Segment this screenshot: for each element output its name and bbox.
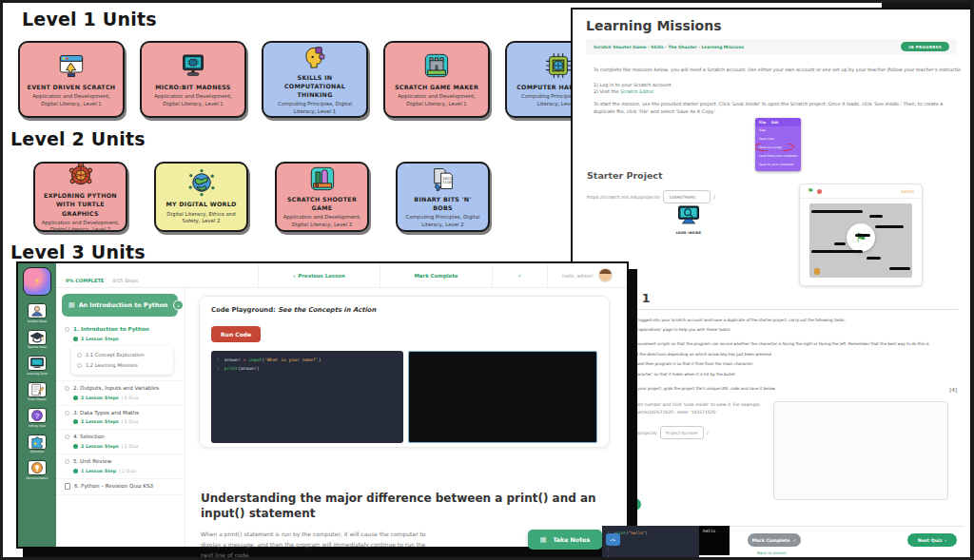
lesson-item-title: 6. Python – Revision Quiz KS3 — [74, 483, 153, 490]
scratch-menu-item[interactable]: Save now — [755, 135, 801, 144]
green-flag-icon[interactable]: ⚑ — [808, 188, 813, 195]
scratch-editor-link[interactable]: Scratch Editor — [620, 88, 653, 94]
scroll-top-button[interactable]: ︿ — [606, 533, 620, 546]
take-notes-button[interactable]: ▤ Take Notes — [528, 530, 602, 550]
breadcrumb-bar: Scratch Shooter Game - Skills - The Shoo… — [586, 39, 957, 54]
rail-item-quiz[interactable]: ?Infinity Quiz — [21, 408, 53, 428]
collapse-sidebar-icon[interactable]: ‹ — [173, 300, 184, 311]
lesson-steps-card: 1.1 Concept Exploration1.2 Learning Miss… — [71, 346, 173, 375]
sidebar-lesson-item[interactable]: 6. Python – Revision Quiz KS3 — [56, 479, 185, 495]
progress-circle-icon — [65, 459, 69, 464]
sidebar-lesson-item[interactable]: 3. Data Types and Maths2 Lesson Steps| 1… — [56, 406, 185, 431]
lesson-sidebar: ▤ An Introduction to Python ‹ 1. Introdu… — [56, 288, 185, 547]
rail-item-label: Documentation — [21, 477, 53, 480]
mark-complete-button[interactable]: Mark Complete✓ — [748, 533, 801, 547]
learning-icon — [28, 356, 47, 371]
breadcrumb[interactable]: Scratch Shooter Game - Skills - The Shoo… — [594, 45, 744, 49]
unit-header[interactable]: ▤ An Introduction to Python ‹ — [62, 294, 178, 317]
rail-item-teacher[interactable]: Teacher Dash — [21, 330, 53, 350]
sidebar-lesson-item[interactable]: 1. Introduction to Python2 Lesson Steps1… — [56, 322, 185, 381]
look-inside-monitor-icon — [676, 211, 701, 229]
screenshot-frame: Level 1 UnitsEVENT DRIVEN SCRATCHApplica… — [0, 0, 974, 560]
unit-card-title: BINARY BITS 'N' BOBS — [403, 195, 482, 212]
shooter-icon — [309, 165, 336, 192]
previous-lesson-button[interactable]: ‹ Previous Lesson — [258, 263, 380, 287]
progress-circle-icon — [65, 411, 69, 415]
step-2-text: 2) Visit the Scratch Editor. — [594, 87, 961, 95]
rail-item-student[interactable]: Student Dash — [21, 303, 53, 323]
app-logo-icon[interactable]: ⚡ — [23, 267, 51, 296]
unit-card[interactable]: EXPLORING PYTHON WITH TURTLE GRAPHICSApp… — [33, 162, 127, 232]
status-badge: IN PROGRESS — [901, 42, 949, 51]
check-icon: ✓ — [793, 538, 797, 543]
scratch-menu-tabs[interactable]: File Edit — [755, 118, 801, 126]
scratch-menu-item[interactable]: Save as a copy — [755, 144, 801, 152]
unit-card-subtitle: Computing Principles, Digital Literacy, … — [269, 101, 360, 115]
code-editor[interactable]: 1answer = input('What is your name?')2pr… — [211, 351, 403, 443]
rail-item-docs[interactable]: Documentation — [21, 460, 53, 480]
stop-icon[interactable] — [817, 189, 822, 194]
stage-username: admin — [901, 189, 914, 194]
sidebar-lesson-item[interactable]: 2. Outputs, Inputs and Variables2 Lesson… — [56, 381, 185, 406]
quiz-doc-icon — [65, 483, 70, 490]
unit-card[interactable]: EVENT DRIVEN SCRATCHApplication and Deve… — [18, 41, 125, 118]
progress-circle-icon — [77, 353, 82, 357]
scratch-menu-item[interactable]: Load from your computer — [755, 151, 801, 160]
unit-card-subtitle: Application and Development, Digital Lit… — [147, 93, 239, 107]
python-lesson-window: ⚡ Student DashTeacher DashLearning ZoneE… — [16, 261, 629, 549]
rail-item-label: Exam Master — [21, 398, 53, 401]
castle-icon — [423, 51, 450, 80]
rail-item-label: PyPuzzles — [21, 451, 53, 454]
unit-card[interactable]: SCRATCH SHOOTER GAMEApplication and Deve… — [275, 162, 369, 232]
starter-url-row: https://scratch.mit.edu/projects/ 104907… — [587, 190, 715, 203]
lesson-step-link[interactable]: 1.2 Learning Missions — [77, 360, 167, 371]
mission-task-line: (Please use the 'Concept Explorations' p… — [587, 326, 962, 334]
answer-project-number-input[interactable]: Project Number — [660, 426, 704, 439]
rail-item-puzzles[interactable]: PyPuzzles — [21, 434, 53, 454]
sidebar-lesson-item[interactable]: 5. Unit Review1 Lesson Step| 1 Quiz — [56, 454, 185, 479]
unit-card[interactable]: MICRO:BIT MADNESSApplication and Develop… — [140, 41, 246, 118]
mission-task-line: 3) Program the 'baddie character' so tha… — [587, 371, 962, 378]
mark-complete-link[interactable]: Mark Complete — [380, 263, 492, 287]
steps-dot-icon — [73, 337, 78, 341]
lesson-topbar: 0% COMPLETE 0/15 Steps ‹ Previous Lesson… — [56, 263, 627, 288]
lesson-item-title: 4. Selection — [73, 434, 105, 440]
progress-circle-icon — [77, 363, 82, 368]
section-heading: Level 3 Units — [10, 241, 146, 262]
unit-card[interactable]: SCRATCH GAME MAKERApplication and Develo… — [383, 41, 490, 118]
steps-label: 0/15 Steps — [112, 278, 138, 283]
next-quiz-button[interactable]: Next Quiz› — [907, 533, 957, 547]
complete-check-icon[interactable]: ✓ — [492, 263, 547, 287]
document-icon: ▤ — [68, 302, 75, 309]
mission-task-line: Once certain that you are logged into yo… — [587, 317, 962, 324]
sidebar-lesson-item[interactable]: 4. Selection2 Lesson Steps| 1 Quiz — [56, 430, 185, 454]
scratch-menu-item[interactable]: Save to your computer — [755, 160, 801, 168]
steps-dot-icon — [73, 396, 78, 400]
progress-label: 0% COMPLETE — [66, 278, 104, 283]
unit-card[interactable]: 1011111101BINARY BITS 'N' BOBSComputing … — [396, 162, 490, 232]
notebook-icon: ▤ — [540, 536, 547, 544]
platform-line — [855, 234, 870, 237]
lesson-item-title: 2. Outputs, Inputs and Variables — [73, 385, 159, 392]
quiz-count-label: | 1 Quiz — [122, 444, 139, 449]
play-flag-button[interactable]: ⚑ — [847, 223, 875, 252]
puzzles-icon — [28, 434, 47, 450]
learning-missions-window: Learning Missions Scratch Shooter Game -… — [571, 8, 972, 559]
answer-textarea[interactable] — [773, 401, 948, 500]
rail-item-exam[interactable]: Exam Master — [21, 382, 53, 402]
platform-line — [867, 257, 880, 260]
project-number-input[interactable]: 1049079490 — [663, 190, 711, 203]
lesson-step-link[interactable]: 1.1 Concept Exploration — [77, 350, 167, 360]
docs-icon — [28, 460, 47, 475]
section-heading: Level 2 Units — [10, 128, 146, 149]
back-to-lesson-link[interactable]: Back to Lesson — [757, 550, 787, 555]
look-inside-button[interactable]: LOOK INSIDE — [672, 205, 706, 235]
playground-heading: Code Playground: See the Concepts in Act… — [211, 306, 597, 314]
user-menu[interactable]: Hello, admin! — [547, 263, 627, 287]
scratch-menu-item[interactable]: New — [755, 126, 801, 135]
run-code-button[interactable]: Run Code — [211, 326, 261, 342]
rail-item-learning[interactable]: Learning Zone — [21, 356, 53, 376]
unit-card[interactable]: SKILLS IN COMPUTATIONAL THINKINGComputin… — [262, 41, 368, 118]
unit-card[interactable]: MY DIGITAL WORLDDigital Literacy, Ethics… — [154, 162, 248, 232]
student-icon — [28, 303, 47, 319]
